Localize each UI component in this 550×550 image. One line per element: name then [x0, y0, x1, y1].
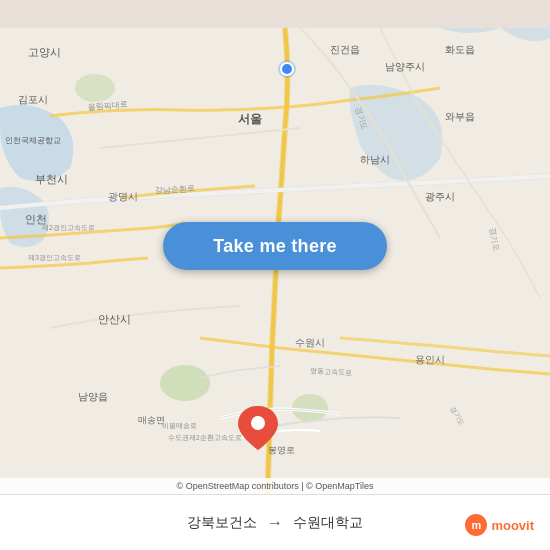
svg-text:부천시: 부천시	[35, 173, 68, 185]
svg-text:비봉매송로: 비봉매송로	[162, 422, 197, 430]
svg-text:제2경인고속도로: 제2경인고속도로	[42, 224, 95, 232]
svg-point-5	[251, 416, 265, 430]
svg-text:하남시: 하남시	[360, 154, 390, 165]
map-container: 고양시 김포시 인천국제공항교 부천시 인천 광명시 서울 하남시 남양주시 화…	[0, 0, 550, 550]
route-from-label: 강북보건소	[187, 514, 257, 532]
svg-text:화도읍: 화도읍	[445, 44, 475, 55]
svg-text:진건읍: 진건읍	[330, 44, 360, 55]
svg-text:매송면: 매송면	[138, 415, 165, 425]
svg-point-3	[75, 74, 115, 102]
moovit-icon: m	[465, 514, 487, 536]
moovit-logo: m moovit	[465, 514, 534, 536]
svg-text:서울: 서울	[238, 112, 262, 126]
svg-text:수도권제2순환고속도로: 수도권제2순환고속도로	[168, 434, 242, 442]
route-bar: 강북보건소 → 수원대학교 m moovit	[0, 494, 550, 550]
attribution-text: © OpenStreetMap contributors | © OpenMap…	[177, 481, 374, 491]
svg-text:제3경인고속도로: 제3경인고속도로	[28, 254, 81, 262]
map-attribution: © OpenStreetMap contributors | © OpenMap…	[0, 478, 550, 494]
svg-text:광명시: 광명시	[108, 191, 138, 202]
route-to-label: 수원대학교	[293, 514, 363, 532]
origin-marker	[280, 62, 294, 76]
svg-text:김포시: 김포시	[18, 94, 48, 105]
svg-point-2	[292, 394, 328, 422]
svg-point-1	[160, 365, 210, 401]
svg-text:안산시: 안산시	[98, 313, 131, 325]
svg-text:고양시: 고양시	[28, 46, 61, 58]
svg-text:와부읍: 와부읍	[445, 111, 475, 122]
take-me-there-button[interactable]: Take me there	[163, 222, 387, 270]
moovit-brand-name: moovit	[491, 518, 534, 533]
svg-text:수원시: 수원시	[295, 337, 325, 348]
route-arrow-icon: →	[267, 514, 283, 532]
svg-text:남양주시: 남양주시	[385, 61, 425, 72]
svg-text:남양읍: 남양읍	[78, 391, 108, 402]
moovit-icon-letter: m	[471, 519, 481, 531]
svg-text:광주시: 광주시	[425, 191, 455, 202]
svg-text:봉영로: 봉영로	[268, 445, 295, 455]
svg-text:용인시: 용인시	[415, 354, 445, 365]
svg-text:인천국제공항교: 인천국제공항교	[5, 136, 61, 145]
